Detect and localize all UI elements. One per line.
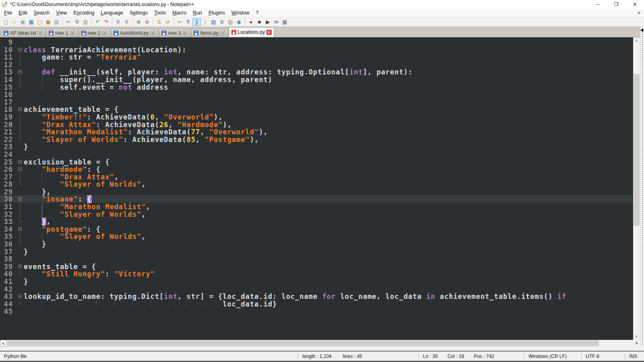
- code-line-32[interactable]: 32 "Slayer of Worlds",: [0, 210, 633, 218]
- tab-new-3[interactable]: new 3✕: [159, 29, 190, 37]
- code-line-30[interactable]: 30 "insane": {: [0, 195, 633, 203]
- menu-window[interactable]: Window: [228, 9, 252, 16]
- macro-play-button[interactable]: ▶: [264, 18, 272, 26]
- code-line-44[interactable]: 44 loc_data.id}: [0, 300, 633, 308]
- code-line-31[interactable]: 31 "Marathon Medalist",: [0, 203, 633, 210]
- new-file-button[interactable]: ▢: [2, 18, 10, 26]
- code-editor[interactable]: 910class TerrariaAchievement(Location):1…: [0, 37, 633, 340]
- code-line-20[interactable]: 20 "Drax Attax": AchieveData(26, "Hardmo…: [0, 121, 633, 128]
- menu-plugins[interactable]: Plugins: [205, 9, 228, 16]
- fold-margin[interactable]: [17, 165, 24, 173]
- cut-button[interactable]: ✂: [64, 18, 73, 26]
- tab-close-icon[interactable]: ✕: [266, 30, 272, 35]
- tab-items-py[interactable]: Items.py✕: [191, 29, 228, 37]
- code-line-42[interactable]: 42: [0, 285, 633, 293]
- macro-save-button[interactable]: ▩: [281, 18, 289, 26]
- code-line-18[interactable]: 18achievement_table = {: [0, 105, 633, 113]
- replace-button[interactable]: ⚲: [122, 18, 131, 26]
- code-line-19[interactable]: 19 "Timber!!": AchieveData(0, "Overworld…: [0, 113, 633, 121]
- code-line-9[interactable]: 9: [0, 38, 633, 46]
- macro-run-multiple-button[interactable]: ≫: [272, 18, 281, 26]
- function-list-button[interactable]: ƒ: [201, 18, 209, 26]
- horizontal-scrollbar[interactable]: < >: [0, 340, 640, 347]
- menu-language[interactable]: Language: [97, 9, 126, 16]
- code-line-43[interactable]: 43lookup_id_to_name: typing.Dict[int, st…: [0, 292, 633, 300]
- menu-view[interactable]: View: [53, 9, 70, 16]
- menu-help[interactable]: ?: [253, 9, 262, 16]
- scroll-up-icon[interactable]: ∧: [633, 37, 640, 44]
- menu-settings[interactable]: Settings: [126, 9, 151, 16]
- code-line-11[interactable]: 11 game: str = "Terraria": [0, 53, 633, 61]
- tab-new-1[interactable]: new 1✕: [46, 29, 78, 37]
- code-line-26[interactable]: 26 "hardmode": {: [0, 165, 633, 173]
- code-line-25[interactable]: 25exclusion_table = {: [0, 158, 633, 166]
- code-line-17[interactable]: 17: [0, 98, 633, 106]
- close-button[interactable]: ✕: [625, 0, 644, 9]
- status-encoding[interactable]: UTF-8: [581, 353, 625, 360]
- find-button[interactable]: ⚲: [114, 18, 122, 26]
- code-line-13[interactable]: 13 def __init__(self, player: int, name:…: [0, 68, 633, 76]
- scroll-down-icon[interactable]: ∨: [633, 333, 640, 340]
- open-folder-button[interactable]: ▱: [10, 18, 19, 26]
- scroll-right-icon[interactable]: >: [633, 340, 640, 347]
- undo-button[interactable]: ↶: [93, 18, 102, 26]
- code-line-39[interactable]: 39events_table = {: [0, 263, 633, 270]
- fold-margin[interactable]: [17, 158, 24, 166]
- fold-collapse-icon[interactable]: [18, 70, 22, 74]
- fold-collapse-icon[interactable]: [18, 227, 22, 231]
- code-line-22[interactable]: 22 "Slayer of Worlds": AchieveData(85, "…: [0, 136, 633, 143]
- restore-button[interactable]: ❐: [607, 0, 625, 9]
- tab-close-icon[interactable]: ✕: [220, 31, 225, 36]
- fold-collapse-icon[interactable]: [18, 265, 22, 268]
- code-line-34[interactable]: 34 "postgame": {: [0, 225, 633, 233]
- code-line-38[interactable]: 38: [0, 255, 633, 263]
- document-map-button[interactable]: ▨: [209, 18, 218, 26]
- code-line-23[interactable]: 23}: [0, 143, 633, 150]
- code-line-36[interactable]: 36 }: [0, 240, 633, 248]
- fold-collapse-icon[interactable]: [18, 160, 22, 164]
- file-monitoring-button[interactable]: ◉: [235, 18, 243, 26]
- zoom-in-button[interactable]: ⊕: [134, 18, 143, 26]
- minimize-button[interactable]: ─: [588, 0, 607, 9]
- menu-search[interactable]: Search: [31, 9, 53, 16]
- menu-close-icon[interactable]: ✕: [637, 10, 641, 16]
- code-line-27[interactable]: 27 "Drax Attax",: [0, 173, 633, 181]
- status-insert-mode[interactable]: INS: [625, 353, 644, 360]
- close-file-button[interactable]: ▢: [35, 18, 44, 26]
- code-line-29[interactable]: 29 },: [0, 188, 633, 195]
- sync-vertical-button[interactable]: ⇅: [155, 18, 163, 26]
- code-line-45[interactable]: 45: [0, 307, 633, 315]
- code-line-35[interactable]: 35 "Slayer of Worlds",: [0, 232, 633, 240]
- menu-macro[interactable]: Macro: [169, 9, 190, 16]
- code-line-14[interactable]: 14 super().__init__(player, name, addres…: [0, 76, 633, 83]
- scroll-left-icon[interactable]: <: [0, 340, 7, 347]
- code-line-15[interactable]: 15 self.event = not address: [0, 83, 633, 91]
- splitter-collapse-icon[interactable]: [640, 28, 643, 32]
- fold-margin[interactable]: [17, 292, 24, 300]
- macro-record-button[interactable]: ●: [247, 18, 255, 26]
- menu-run[interactable]: Run: [190, 9, 205, 16]
- tab-ap-ideas-txt[interactable]: AP Ideas.txt✕: [1, 29, 45, 37]
- tab-autoworld-py[interactable]: AutoWorld.py✕: [111, 29, 159, 37]
- tab-close-icon[interactable]: ✕: [102, 31, 107, 36]
- close-all-button[interactable]: ▣: [44, 18, 52, 26]
- redo-button[interactable]: ↷: [102, 18, 110, 26]
- menu-edit[interactable]: Edit: [15, 9, 31, 16]
- sync-horizontal-button[interactable]: ⇄: [163, 18, 172, 26]
- code-line-37[interactable]: 37}: [0, 248, 633, 255]
- fold-margin[interactable]: [17, 225, 24, 233]
- tab-close-icon[interactable]: ✕: [150, 31, 155, 36]
- vertical-scrollbar[interactable]: ∧ ∨: [633, 37, 640, 340]
- code-line-24[interactable]: 24: [0, 150, 633, 158]
- code-line-33[interactable]: 33 },: [0, 218, 633, 225]
- macro-stop-button[interactable]: ■: [255, 18, 264, 26]
- paste-button[interactable]: ▥: [81, 18, 90, 26]
- fold-collapse-icon[interactable]: [18, 107, 22, 111]
- document-list-button[interactable]: ≣: [218, 18, 226, 26]
- show-all-characters-button[interactable]: ¶: [184, 18, 192, 26]
- zoom-out-button[interactable]: ⊖: [143, 18, 151, 26]
- menu-tools[interactable]: Tools: [151, 9, 169, 16]
- code-line-28[interactable]: 28 "Slayer of Worlds",: [0, 180, 633, 188]
- code-line-16[interactable]: 16: [0, 90, 633, 98]
- fold-margin[interactable]: [17, 263, 24, 270]
